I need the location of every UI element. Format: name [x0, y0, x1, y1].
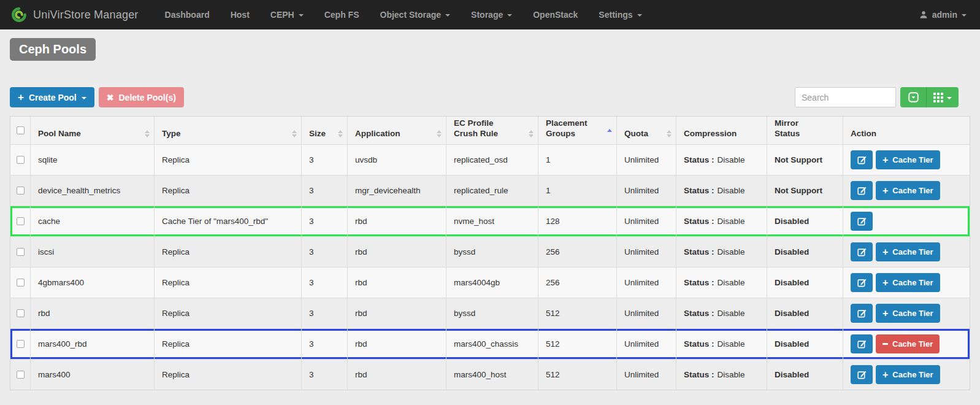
add-cache-tier-button[interactable]: +Cache Tier — [876, 365, 940, 384]
cell-pool-name: iscsi — [30, 237, 154, 267]
size-value: 3 — [309, 370, 314, 379]
application-value: rbd — [355, 309, 367, 318]
nav-item-host[interactable]: Host — [220, 0, 260, 29]
row-checkbox[interactable] — [17, 371, 25, 379]
person-icon — [919, 10, 928, 19]
nav-item-object-storage[interactable]: Object Storage — [370, 0, 461, 29]
compression-status-value: Disable — [718, 155, 745, 164]
edit-pool-button[interactable] — [851, 212, 873, 231]
row-checkbox[interactable] — [17, 309, 25, 317]
edit-pool-button[interactable] — [851, 334, 873, 353]
edit-pool-button[interactable] — [851, 273, 873, 292]
add-cache-tier-button[interactable]: +Cache Tier — [876, 242, 940, 261]
row-checkbox[interactable] — [17, 156, 25, 164]
table-tools-button-group — [900, 87, 959, 107]
column-header-pool-name[interactable]: Pool Name — [30, 117, 154, 144]
add-cache-tier-button[interactable]: +Cache Tier — [876, 181, 940, 200]
brand[interactable]: UniVirStore Manager — [11, 7, 139, 23]
sort-down-icon — [338, 134, 343, 137]
row-checkbox[interactable] — [17, 279, 25, 287]
add-cache-tier-button[interactable]: +Cache Tier — [876, 273, 940, 292]
nav-menu: DashboardHostCEPHCeph FSObject StorageSt… — [155, 0, 653, 29]
column-header-action: Action — [843, 117, 970, 144]
cell-size: 3 — [301, 176, 347, 206]
collapse-toggle-button[interactable] — [900, 87, 927, 107]
grid-icon — [933, 93, 943, 102]
nav-item-storage[interactable]: Storage — [461, 0, 523, 29]
column-header-ec-profile-crush-rule[interactable]: EC Profile Crush Rule — [446, 117, 538, 144]
edit-pool-button[interactable] — [851, 150, 873, 169]
cell-crush-rule: mars400_host — [446, 360, 538, 390]
size-value: 3 — [309, 339, 314, 349]
mirror-status-value: Not Support — [775, 186, 822, 195]
cell-compression: Status :Disable — [676, 145, 767, 175]
cell-action: +Cache Tier — [843, 237, 970, 267]
row-checkbox[interactable] — [17, 340, 25, 348]
row-checkbox[interactable] — [17, 248, 25, 256]
sort-arrows-icon — [292, 130, 297, 137]
table-row: mars400_rbdReplica3rbdmars400_chassis512… — [10, 328, 970, 359]
user-menu[interactable]: admin — [919, 10, 969, 20]
cell-size: 3 — [301, 237, 347, 267]
sort-up-icon — [529, 130, 534, 133]
pool-name-value: 4gbmars400 — [38, 278, 84, 287]
pool-name-value: rbd — [38, 309, 50, 318]
pool-name-value: mars400_rbd — [38, 339, 87, 349]
user-name: admin — [932, 10, 957, 20]
collapse-icon — [908, 92, 919, 102]
placement-groups-value: 256 — [546, 278, 560, 287]
cell-crush-rule: byssd — [446, 298, 538, 328]
placement-groups-value: 1 — [546, 186, 551, 195]
size-value: 3 — [309, 278, 314, 287]
chevron-down-icon — [962, 14, 967, 17]
nav-item-openstack[interactable]: OpenStack — [523, 0, 588, 29]
nav-item-settings[interactable]: Settings — [588, 0, 652, 29]
nav-item-label: CEPH — [270, 10, 294, 20]
cache-tier-label: Cache Tier — [892, 278, 933, 287]
column-visibility-button[interactable] — [927, 87, 959, 107]
cell-type: Replica — [154, 145, 301, 175]
compression-status-value: Disable — [718, 309, 745, 318]
quota-value: Unlimited — [624, 217, 659, 226]
nav-item-ceph[interactable]: CEPH — [260, 0, 314, 29]
row-checkbox[interactable] — [17, 217, 25, 225]
cell-compression: Status :Disable — [676, 237, 767, 267]
cell-application: uvsdb — [347, 145, 446, 175]
sort-up-icon — [145, 130, 150, 133]
column-header-quota[interactable]: Quota — [616, 117, 676, 144]
column-header-type[interactable]: Type — [154, 117, 301, 144]
add-cache-tier-button[interactable]: +Cache Tier — [876, 150, 940, 169]
edit-pool-button[interactable] — [851, 242, 873, 261]
plus-icon: + — [882, 278, 888, 288]
column-header-size[interactable]: Size — [301, 117, 347, 144]
chevron-down-icon — [82, 97, 86, 99]
compression-status-value: Disable — [718, 370, 745, 379]
compression-status-value: Disable — [718, 217, 745, 226]
sort-down-icon — [529, 134, 534, 137]
delete-pools-button[interactable]: ✖ Delete Pool(s) — [99, 87, 184, 107]
application-value: rbd — [355, 278, 367, 287]
application-value: mgr_devicehealth — [355, 186, 421, 195]
edit-pool-button[interactable] — [851, 365, 873, 384]
search-input[interactable] — [795, 87, 896, 107]
nav-item-label: Ceph FS — [324, 10, 359, 20]
edit-icon — [857, 370, 867, 379]
select-all-checkbox[interactable] — [17, 126, 25, 134]
cell-placement-groups: 256 — [538, 268, 616, 298]
nav-item-ceph-fs[interactable]: Ceph FS — [314, 0, 370, 29]
cache-tier-label: Cache Tier — [892, 309, 933, 318]
add-cache-tier-button[interactable]: +Cache Tier — [876, 304, 940, 323]
nav-item-dashboard[interactable]: Dashboard — [155, 0, 220, 29]
column-header-application[interactable]: Application — [347, 117, 446, 144]
chevron-down-icon — [299, 14, 304, 17]
cell-mirror-status: Not Support — [767, 145, 843, 175]
create-pool-button[interactable]: + Create Pool — [10, 87, 94, 107]
edit-pool-button[interactable] — [851, 304, 873, 323]
remove-cache-tier-button[interactable]: Cache Tier — [876, 334, 940, 353]
edit-pool-button[interactable] — [851, 181, 873, 200]
column-header-placement-groups[interactable]: Placement Groups — [538, 117, 616, 144]
toolbar: + Create Pool ✖ Delete Pool(s) — [10, 87, 970, 107]
row-checkbox[interactable] — [17, 187, 25, 195]
placement-groups-value: 512 — [546, 339, 560, 349]
pool-name-value: sqlite — [38, 155, 58, 164]
